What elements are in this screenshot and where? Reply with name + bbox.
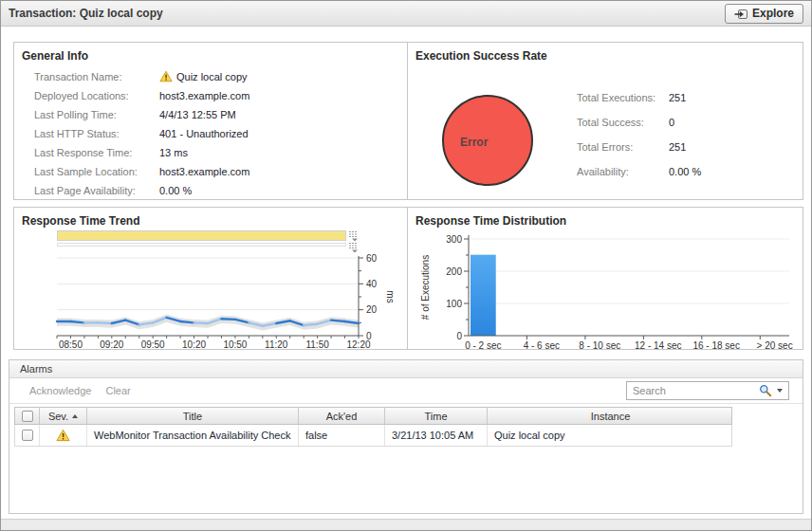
alarms-table-header: Sev. Title Ack'ed Time Instance <box>14 407 732 425</box>
page-title: Transaction: Quiz local copy <box>9 7 725 20</box>
svg-text:12:20: 12:20 <box>346 339 370 350</box>
info-row: Last Sample Location:host3.example.com <box>34 165 399 177</box>
search-input[interactable] <box>627 385 759 396</box>
stat-row: Total Executions:251 <box>577 92 701 104</box>
stat-row: Availability:0.00 % <box>577 166 701 178</box>
column-header-instance[interactable]: Instance <box>488 408 733 424</box>
info-row: Last Polling Time:4/4/13 12:55 PM <box>34 108 399 120</box>
column-header-title[interactable]: Title <box>87 408 299 424</box>
info-row: Last Response Time:13 ms <box>34 146 399 158</box>
svg-text:11:20: 11:20 <box>265 339 288 350</box>
execution-success-panel: Execution Success Rate Error Total Execu… <box>407 42 803 200</box>
secondary-band <box>57 243 346 247</box>
info-value-text: Quiz local copy <box>176 71 248 82</box>
svg-text:10:50: 10:50 <box>223 339 247 350</box>
svg-text:16 - 18 sec: 16 - 18 sec <box>692 340 739 351</box>
alarm-instance-cell: Quiz local copy <box>488 425 733 446</box>
alarm-row[interactable]: WebMonitor Transaction Availability Chec… <box>14 425 732 447</box>
svg-text:ms: ms <box>385 290 396 302</box>
svg-text:8 - 10 sec: 8 - 10 sec <box>579 340 620 351</box>
svg-text:09:50: 09:50 <box>141 339 165 350</box>
execution-success-title: Execution Success Rate <box>415 49 795 63</box>
trend-strips <box>57 229 360 254</box>
trend-chart: 08:5009:2009:5010:2010:5011:2011:5012:20… <box>22 254 399 353</box>
response-time-trend-panel: Response Time Trend 08:5009:2009:5010:20… <box>13 207 408 350</box>
response-time-distribution-title: Response Time Distribution <box>415 214 795 228</box>
stat-row: Total Success:0 <box>577 117 701 129</box>
explore-icon <box>734 8 747 20</box>
select-all-header[interactable] <box>15 408 40 424</box>
svg-text:# of Executions: # of Executions <box>420 255 431 320</box>
search-box <box>626 381 789 400</box>
row-checkbox[interactable] <box>22 430 33 441</box>
column-header-severity[interactable]: Sev. <box>40 408 87 424</box>
column-header-time[interactable]: Time <box>385 408 488 424</box>
alarms-table: Sev. Title Ack'ed Time Instance WebMonit… <box>14 407 732 447</box>
execution-stats: Total Executions:251 Total Success:0 Tot… <box>577 92 701 191</box>
info-row: Deployed Locations:host3.example.com <box>34 89 399 101</box>
availability-band <box>57 230 346 241</box>
svg-text:60: 60 <box>366 254 378 264</box>
svg-text:> 20 sec: > 20 sec <box>757 340 793 351</box>
alarms-panel: Alarms Acknowledge Clear Sev. Title Ack'… <box>9 359 803 514</box>
svg-text:200: 200 <box>446 266 462 277</box>
column-header-acked[interactable]: Ack'ed <box>299 408 385 424</box>
svg-text:0: 0 <box>366 331 372 341</box>
error-pie-chart: Error <box>442 95 533 186</box>
svg-text:4 - 6 sec: 4 - 6 sec <box>524 340 560 351</box>
title-bar: Transaction: Quiz local copy Explore <box>1 1 811 27</box>
warning-icon <box>159 70 173 82</box>
info-row: Last Page Availability:0.00 % <box>34 184 399 196</box>
svg-text:20: 20 <box>366 304 378 315</box>
svg-text:08:50: 08:50 <box>59 339 83 350</box>
search-icon[interactable] <box>759 384 772 397</box>
acknowledge-button[interactable]: Acknowledge <box>29 385 91 396</box>
alarm-time-cell: 3/21/13 10:05 AM <box>385 425 488 446</box>
svg-text:300: 300 <box>446 234 462 245</box>
general-info-rows: Transaction Name: Quiz local copy Deploy… <box>34 70 399 196</box>
clear-button[interactable]: Clear <box>105 385 130 396</box>
window: Transaction: Quiz local copy Explore Gen… <box>0 0 812 531</box>
info-row-transaction-name: Transaction Name: Quiz local copy <box>34 70 399 82</box>
info-row: Last HTTP Status:401 - Unauthorized <box>34 127 399 139</box>
svg-text:0: 0 <box>456 331 462 341</box>
svg-text:0 - 2 sec: 0 - 2 sec <box>465 340 501 351</box>
warning-severity-icon <box>56 429 70 442</box>
search-options-caret-icon[interactable] <box>777 389 783 393</box>
status-bar <box>1 519 811 530</box>
distribution-chart: 01002003000 - 2 sec4 - 6 sec8 - 10 sec12… <box>415 231 795 357</box>
general-info-title: General Info <box>22 49 399 63</box>
response-time-trend-title: Response Time Trend <box>22 214 399 228</box>
explore-button[interactable]: Explore <box>725 4 803 24</box>
svg-text:11:50: 11:50 <box>305 339 329 350</box>
general-info-panel: General Info Transaction Name: Quiz loca… <box>13 42 408 200</box>
svg-text:12 - 14 sec: 12 - 14 sec <box>635 340 681 351</box>
alarms-toolbar: Acknowledge Clear <box>9 378 803 404</box>
svg-text:10:20: 10:20 <box>182 339 206 350</box>
dashboard-grid: General Info Transaction Name: Quiz loca… <box>1 27 811 350</box>
alarms-panel-title: Alarms <box>9 360 803 378</box>
alarms-wrap: Alarms Acknowledge Clear Sev. Title Ack'… <box>1 350 811 514</box>
alarm-acked-cell: false <box>299 425 385 446</box>
chart-options-icon[interactable] <box>348 242 360 253</box>
alarm-title-cell: WebMonitor Transaction Availability Chec… <box>87 425 299 446</box>
svg-text:09:20: 09:20 <box>100 339 123 350</box>
explore-button-label: Explore <box>752 7 794 20</box>
sort-ascending-icon <box>72 414 78 418</box>
svg-text:100: 100 <box>446 299 462 309</box>
chart-options-icon[interactable] <box>348 230 360 242</box>
svg-text:40: 40 <box>366 279 378 289</box>
pie-slice-label: Error <box>460 136 488 149</box>
select-all-checkbox[interactable] <box>22 411 33 422</box>
stat-row: Total Errors:251 <box>577 141 701 154</box>
response-time-distribution-panel: Response Time Distribution 01002003000 -… <box>407 207 803 350</box>
